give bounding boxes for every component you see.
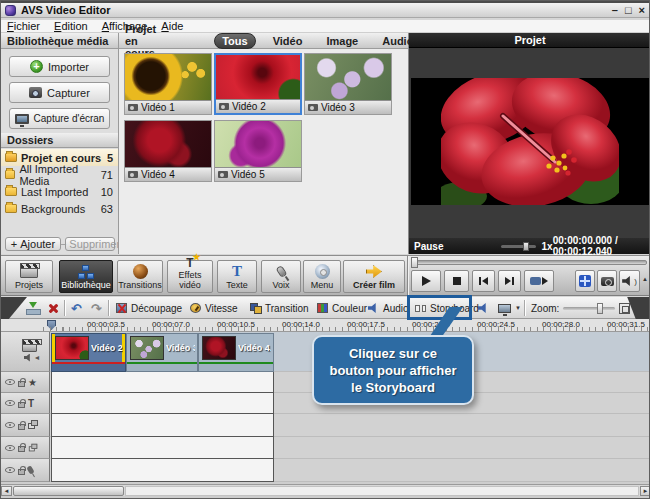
main-track-header: ◄ bbox=[1, 332, 50, 372]
remove-folder-button[interactable]: − Supprimer bbox=[65, 237, 115, 251]
next-scene-button[interactable] bbox=[524, 270, 554, 292]
media-item-video-5[interactable]: Vidéo 5 bbox=[214, 120, 302, 182]
clip-name: Vidéo 2.avi bbox=[91, 343, 123, 353]
menu-fichier[interactable]: Fichier bbox=[7, 20, 40, 32]
folder-item-backgrounds[interactable]: Backgrounds 63 bbox=[1, 200, 118, 217]
media-item-video-3[interactable]: Vidéo 3 bbox=[304, 53, 392, 115]
voice-track-header bbox=[1, 459, 50, 482]
stop-button[interactable] bbox=[444, 270, 469, 292]
media-item-video-2-selected[interactable]: Vidéo 2 bbox=[214, 53, 302, 115]
folder-name: All Imported Media bbox=[19, 163, 96, 187]
import-button[interactable]: + Importer bbox=[9, 56, 110, 77]
timeline-clip-video4[interactable]: Vidéo 4.avi bbox=[198, 333, 274, 372]
tab-projets[interactable]: Projets bbox=[5, 260, 53, 293]
lock-icon[interactable] bbox=[18, 469, 25, 475]
eye-icon[interactable] bbox=[5, 400, 15, 406]
timeline-clip-video2[interactable]: Vidéo 2.avi bbox=[51, 333, 126, 372]
scene-icon bbox=[530, 277, 541, 285]
tab-texte[interactable]: T Texte bbox=[217, 260, 257, 293]
lock-icon[interactable] bbox=[18, 446, 25, 452]
audio-collapse-arrow[interactable]: ◄ bbox=[34, 354, 41, 361]
previous-frame-button[interactable] bbox=[472, 270, 495, 292]
fit-to-screen-icon[interactable] bbox=[619, 303, 630, 314]
vitesse-button[interactable]: Vitesse bbox=[187, 299, 241, 317]
tab-effets-video[interactable]: T★ Effets vidéo bbox=[167, 260, 213, 293]
tab-bibliotheque[interactable]: Bibliothèque bbox=[59, 260, 113, 293]
audio-mix-track-project-area[interactable] bbox=[51, 437, 274, 459]
close-button[interactable]: × bbox=[639, 5, 645, 16]
zoom-label: Zoom: bbox=[531, 303, 559, 314]
filter-tous[interactable]: Tous bbox=[214, 33, 255, 49]
couleur-button[interactable]: Couleur bbox=[314, 299, 370, 317]
video-camera-icon bbox=[128, 104, 138, 111]
scroll-left-button[interactable]: ◄ bbox=[1, 486, 12, 496]
split-button[interactable] bbox=[575, 270, 595, 292]
scrollbar-thumb[interactable] bbox=[13, 486, 124, 496]
delete-object-button[interactable] bbox=[44, 299, 61, 317]
tab-menu[interactable]: Menu bbox=[303, 260, 341, 293]
transition-button[interactable]: Transition bbox=[247, 299, 312, 317]
zoom-slider[interactable] bbox=[563, 307, 615, 310]
media-item-video-1[interactable]: Vidéo 1 bbox=[124, 53, 212, 115]
voice-track-project-area[interactable] bbox=[51, 459, 274, 482]
eye-icon[interactable] bbox=[5, 422, 15, 428]
eye-icon[interactable] bbox=[5, 445, 15, 451]
menu-aide[interactable]: Aide bbox=[161, 20, 183, 32]
playhead-marker[interactable] bbox=[47, 320, 56, 330]
redo-button[interactable]: ↷ bbox=[88, 299, 105, 317]
next-icon bbox=[542, 277, 548, 285]
eye-icon[interactable] bbox=[5, 379, 15, 385]
preview-seek-bar[interactable] bbox=[411, 260, 647, 265]
zoom-slider-handle[interactable] bbox=[597, 303, 603, 314]
lock-icon[interactable] bbox=[18, 381, 25, 387]
add-to-timeline-button[interactable] bbox=[23, 299, 42, 317]
audio-speaker-icon bbox=[368, 303, 379, 313]
disc-icon bbox=[315, 264, 330, 279]
clip-audio-area bbox=[199, 364, 273, 371]
undo-button[interactable]: ↶ bbox=[68, 299, 85, 317]
add-folder-button[interactable]: + Ajouter bbox=[5, 237, 61, 251]
snapshot-button[interactable] bbox=[597, 270, 617, 292]
text-track-project-area[interactable] bbox=[51, 393, 274, 414]
maximize-button[interactable]: □ bbox=[625, 5, 632, 16]
speed-slider[interactable] bbox=[501, 245, 535, 248]
play-button[interactable] bbox=[411, 270, 441, 292]
timeline-ruler[interactable]: 00:00:03.5 00:00:07.0 00:00:10.5 00:00:1… bbox=[1, 319, 650, 332]
effects-track-project-area[interactable] bbox=[51, 372, 274, 393]
tab-voix[interactable]: Voix bbox=[261, 260, 301, 293]
speed-slider-thumb[interactable] bbox=[523, 242, 529, 251]
ruler-label: 00:00:10.5 bbox=[210, 320, 262, 329]
screen-view-button[interactable]: ▼ bbox=[495, 299, 524, 317]
audio-button[interactable]: Audio bbox=[365, 299, 412, 317]
folder-item-all-imported[interactable]: All Imported Media 71 bbox=[1, 166, 118, 183]
scrollbar-track[interactable] bbox=[125, 486, 639, 496]
ruler-label: 00:00:31.5 bbox=[600, 320, 650, 329]
filter-video[interactable]: Vidéo bbox=[266, 34, 310, 48]
volume-expand-caret[interactable]: ▲ bbox=[642, 276, 648, 282]
capture-button[interactable]: Capturer bbox=[9, 82, 110, 103]
filter-image[interactable]: Image bbox=[319, 34, 365, 48]
tab-transitions[interactable]: Transitions bbox=[117, 260, 163, 293]
preview-seek-thumb[interactable] bbox=[411, 257, 418, 268]
volume-button[interactable]: ) bbox=[619, 270, 640, 292]
preview-stage bbox=[411, 78, 649, 205]
screen-capture-button-label: Capture d'écran bbox=[34, 113, 105, 124]
tab-label: Effets vidéo bbox=[168, 270, 212, 290]
lock-icon[interactable] bbox=[18, 424, 25, 430]
overlay-track-project-area[interactable] bbox=[51, 414, 274, 437]
timeline-clip-video3[interactable]: Vidéo 3.avi bbox=[126, 333, 198, 372]
screen-capture-button[interactable]: Capture d'écran bbox=[9, 108, 110, 129]
decoupage-button[interactable]: Découpage bbox=[113, 299, 185, 317]
scroll-right-button[interactable]: ► bbox=[640, 486, 650, 496]
timeline-horizontal-scrollbar[interactable]: ◄ ► bbox=[1, 484, 650, 496]
next-frame-button[interactable] bbox=[498, 270, 521, 292]
lock-icon[interactable] bbox=[18, 402, 25, 408]
audio-mixer-button[interactable] bbox=[475, 299, 492, 317]
eye-icon[interactable] bbox=[5, 467, 15, 473]
minimize-button[interactable]: – bbox=[612, 5, 618, 16]
microphone-icon bbox=[275, 265, 287, 278]
media-item-video-4[interactable]: Vidéo 4 bbox=[124, 120, 212, 182]
capture-button-label: Capturer bbox=[47, 87, 90, 99]
menu-edition[interactable]: Edition bbox=[54, 20, 88, 32]
tab-creer-film[interactable]: Créer film bbox=[343, 260, 405, 293]
